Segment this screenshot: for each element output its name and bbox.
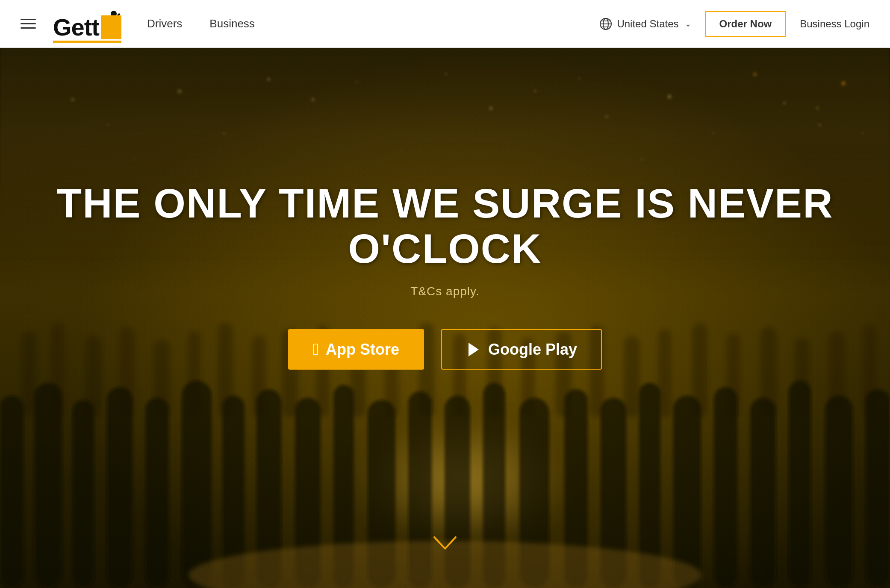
hero-content: THE ONLY TIME WE SURGE IS NEVER O'CLOCK … — [0, 181, 890, 421]
play-store-icon — [466, 342, 481, 357]
app-store-button[interactable]:  App Store — [288, 329, 424, 370]
navbar: Gett Drivers Business — [0, 0, 890, 48]
svg-rect-57 — [750, 398, 776, 588]
chevron-down-icon: ⌄ — [685, 19, 691, 29]
scroll-down-button[interactable] — [432, 535, 458, 554]
svg-rect-39 — [73, 400, 94, 588]
region-label: United States — [617, 18, 678, 30]
scroll-chevron-icon — [432, 535, 458, 552]
svg-rect-55 — [673, 396, 701, 588]
hero-subtitle: T&Cs apply. — [410, 285, 479, 298]
nav-link-drivers[interactable]: Drivers — [147, 17, 182, 30]
hero-buttons:  App Store Google Play — [288, 329, 602, 370]
svg-rect-37 — [0, 396, 24, 588]
order-now-button[interactable]: Order Now — [705, 11, 787, 37]
svg-rect-41 — [145, 398, 169, 588]
google-play-button[interactable]: Google Play — [441, 329, 602, 370]
hero-headline: THE ONLY TIME WE SURGE IS NEVER O'CLOCK — [0, 181, 890, 271]
svg-marker-62 — [469, 343, 479, 356]
business-login-button[interactable]: Business Login — [800, 18, 869, 30]
svg-rect-59 — [825, 396, 853, 588]
app-store-label: App Store — [326, 341, 399, 359]
nav-right: United States ⌄ Order Now Business Login — [599, 11, 869, 37]
google-play-label: Google Play — [488, 341, 577, 359]
nav-link-business[interactable]: Business — [209, 17, 255, 30]
logo[interactable]: Gett — [53, 9, 121, 39]
logo-text: Gett — [53, 15, 99, 39]
hero-section: THE ONLY TIME WE SURGE IS NEVER O'CLOCK … — [0, 0, 890, 588]
apple-icon:  — [313, 340, 319, 359]
nav-links: Drivers Business — [147, 17, 599, 30]
region-selector[interactable]: United States ⌄ — [599, 17, 691, 31]
globe-icon — [599, 17, 613, 31]
hamburger-menu[interactable] — [21, 19, 36, 29]
